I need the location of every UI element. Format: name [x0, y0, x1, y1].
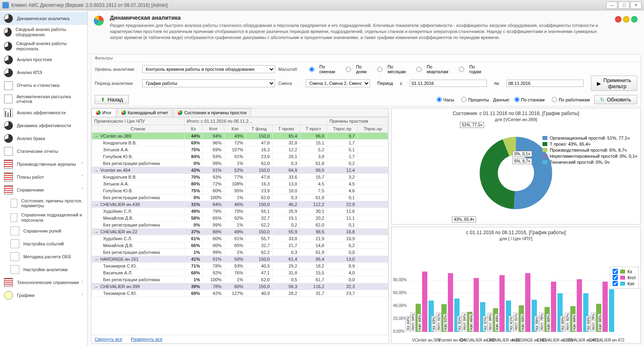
- table-row[interactable]: Худобкин С.Л.49%79%70%55,126,930,111,6: [92, 208, 388, 215]
- sidebar-item-18[interactable]: Методика расчета OEE: [0, 250, 87, 263]
- expand-toggle-icon[interactable]: –: [94, 202, 99, 207]
- close-button[interactable]: ✕: [630, 2, 642, 9]
- table-row[interactable]: Тихомиров С.Ю.71%78%93%40,929,218,28,9: [92, 263, 388, 270]
- scale-radio[interactable]: [456, 67, 468, 72]
- table-row[interactable]: Зятьков А.А.80%72%108%16,313,04,54,5: [92, 181, 388, 187]
- tab-2[interactable]: Состояния и причины простоя: [173, 108, 251, 117]
- table-row[interactable]: Тихомиров С.Ю.69%42%127%40,928,231,723,7: [92, 290, 388, 297]
- group-row[interactable]: –CHEVALIER ин.2237%88%49%150,055,998,516…: [92, 229, 388, 235]
- sidebar-item-12[interactable]: Планы работ˅: [0, 171, 87, 183]
- table-row[interactable]: Васильев А.Л.68%92%76%47,131,815,54,0: [92, 270, 388, 276]
- sidebar-item-6[interactable]: Автоматическая рассылка отчетов: [0, 92, 87, 106]
- expand-toggle-icon[interactable]: –: [94, 134, 99, 138]
- scale-radio[interactable]: [413, 67, 425, 72]
- scale-option[interactable]: По дням: [342, 64, 367, 74]
- legend-checkbox[interactable]: [613, 281, 618, 286]
- period-select[interactable]: График работы: [142, 79, 275, 87]
- group-row[interactable]: –CHEVALIER ин.43931%84%46%150,046,2112,2…: [92, 201, 388, 208]
- expand-toggle-icon[interactable]: –: [94, 229, 99, 234]
- sidebar-item-0[interactable]: Динамическая аналитика: [0, 12, 87, 25]
- expand-all-link[interactable]: Развернуть все: [131, 337, 163, 342]
- col-header[interactable]: Кгот: [203, 125, 224, 133]
- level-select[interactable]: Контроль времени работы и простоев обору…: [142, 65, 275, 73]
- group-row[interactable]: –VCenter ин.38944%94%49%150,065,486,08,7: [92, 133, 388, 140]
- sidebar-item-4[interactable]: Анализ КПЭ: [0, 66, 87, 79]
- date-to-input[interactable]: [506, 80, 584, 87]
- minimize-button[interactable]: —: [606, 2, 617, 9]
- tab-0[interactable]: Итог: [91, 108, 116, 117]
- table-row[interactable]: Михайлов Д.В.66%80%85%32,721,714,86,2: [92, 242, 388, 249]
- group-row[interactable]: –Vcenter ин.45443%91%52%150,064,989,512,…: [92, 167, 388, 174]
- sidebar-item-9[interactable]: Анализ брака: [0, 132, 87, 145]
- table-row[interactable]: Без регистрации работника0%99%1%62,00,36…: [92, 160, 388, 167]
- units-option[interactable]: Проценты: [461, 97, 489, 102]
- group-row[interactable]: –HARDINGE ин.16141%91%50%150,061,495,413…: [92, 256, 388, 263]
- tab-1[interactable]: Календарный отчет: [117, 108, 172, 117]
- sidebar-item-11[interactable]: Производственные журналы˅: [0, 158, 87, 171]
- maximize-button[interactable]: ▢: [618, 2, 630, 9]
- table-row[interactable]: Зятьков А.А.75%69%107%16,312,25,25,1: [92, 146, 388, 153]
- group-row[interactable]: –CHEVALIER ин.39939%78%60%150,058,3116,2…: [92, 283, 388, 290]
- scale-radio[interactable]: [374, 67, 386, 72]
- y-tick: 0,00%: [393, 329, 404, 334]
- col-header[interactable]: Кзп: [224, 125, 246, 133]
- shift-select[interactable]: Смена 1, Смена 2, Смена 3: [306, 79, 370, 87]
- col-header[interactable]: Тпрос.пр: [327, 125, 358, 133]
- table-row[interactable]: Без регистрации работника1%99%1%62,20,36…: [92, 249, 388, 256]
- table-row[interactable]: Михайлов Д.В.58%65%92%32,719,120,211,1: [92, 215, 388, 222]
- col-header[interactable]: Станок: [92, 125, 184, 133]
- table-row[interactable]: Без регистрации работника0%99%1%62,20,26…: [92, 222, 388, 229]
- apply-filter-button[interactable]: ▶Применить фильтр: [591, 76, 637, 91]
- col-header[interactable]: Кз: [184, 125, 203, 133]
- table-row[interactable]: Без регистрации работника1%100%1%62,00,5…: [92, 276, 388, 283]
- col-header[interactable]: Т фонд: [246, 125, 272, 133]
- sidebar-item-1[interactable]: Сводный анализ работы оборудования: [0, 25, 87, 39]
- units-radio[interactable]: [461, 97, 466, 102]
- sidebar-item-8[interactable]: Динамика эффективности: [0, 119, 87, 132]
- col-header[interactable]: Т произ: [272, 125, 300, 133]
- sidebar-item-17[interactable]: Настройка событий: [0, 237, 87, 250]
- table-row[interactable]: Голубков Ю.В.84%93%91%23,920,13,81,7: [92, 153, 388, 160]
- date-from-input[interactable]: [410, 80, 487, 87]
- expand-toggle-icon[interactable]: –: [94, 284, 99, 289]
- col-header[interactable]: Т прост: [300, 125, 327, 133]
- units-radio[interactable]: [437, 97, 442, 102]
- table-row[interactable]: Голубков Ю.В.75%80%95%23,918,07,54,6: [92, 187, 388, 194]
- sidebar-item-5[interactable]: Отчеты и статистика: [0, 79, 87, 92]
- back-button[interactable]: ⬆Назад: [95, 95, 129, 104]
- refresh-button[interactable]: ↻Обновить: [594, 95, 637, 104]
- expand-toggle-icon[interactable]: –: [94, 168, 99, 173]
- scale-option[interactable]: По месяцам: [374, 64, 406, 74]
- sidebar-item-13[interactable]: Справочники˄: [0, 183, 87, 196]
- sidebar-item-19[interactable]: Настройки аналитики: [0, 263, 87, 276]
- data-option[interactable]: По станкам: [514, 97, 545, 102]
- expand-toggle-icon[interactable]: –: [94, 257, 99, 262]
- scale-radio[interactable]: [342, 67, 354, 72]
- sidebar-item-15[interactable]: Справочник подразделений и персонала: [0, 210, 87, 224]
- data-option[interactable]: По работникам: [552, 97, 590, 102]
- sidebar-item-21[interactable]: Графики˅: [0, 289, 87, 302]
- data-radio[interactable]: [552, 97, 557, 102]
- table-row[interactable]: Кондратьев В.В.70%93%77%47,833,615,73,2: [92, 174, 388, 181]
- legend-checkbox[interactable]: [613, 275, 618, 280]
- collapse-all-link[interactable]: Свернуть все: [95, 337, 122, 342]
- table-row[interactable]: Худобкин С.Л.61%80%81%55,733,821,910,9: [92, 235, 388, 242]
- scale-radio[interactable]: [306, 67, 318, 72]
- sidebar-item-20[interactable]: Технологические справочники˅: [0, 276, 87, 289]
- scale-option[interactable]: По сменам: [306, 64, 335, 74]
- sidebar-item-10[interactable]: Статические отчеты: [0, 145, 87, 158]
- legend-checkbox[interactable]: [613, 269, 618, 274]
- units-option[interactable]: Часы: [437, 97, 454, 102]
- sidebar-item-14[interactable]: Состояния, причины простоя, параметры: [0, 196, 87, 210]
- sidebar-item-7[interactable]: Анализ эффективности: [0, 106, 87, 119]
- data-radio[interactable]: [514, 97, 520, 102]
- table-row[interactable]: Кондратьев В.В.69%96%72%47,832,815,11,7: [92, 140, 388, 146]
- scale-option[interactable]: По кварталам: [413, 64, 448, 74]
- table-row[interactable]: Без регистрации работника0%100%1%62,00,3…: [92, 194, 388, 201]
- sidebar-item-2[interactable]: Сводный анализ работы персонала: [0, 39, 87, 53]
- sidebar-item-3[interactable]: Анализ простоев: [0, 54, 87, 66]
- scale-option[interactable]: По годам: [456, 64, 481, 74]
- col-header[interactable]: Тпрос.нр: [357, 125, 388, 133]
- sidebar-item-16[interactable]: Справочник ролей: [0, 224, 87, 237]
- grid-scroll[interactable]: Промтехэкспо \ Цех ЧПУ Итого: с 01.11.20…: [91, 117, 388, 335]
